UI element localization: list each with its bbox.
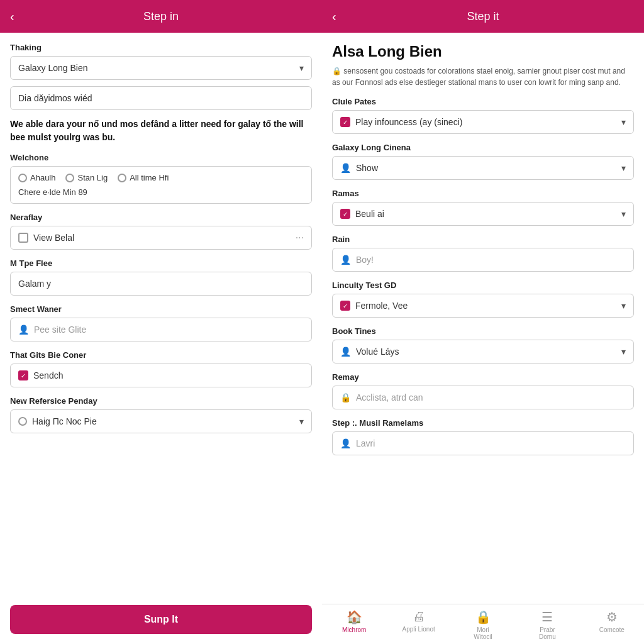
radio-ahaulh[interactable]: Ahaulh bbox=[18, 173, 55, 182]
clule-pates-chevron-icon: ▾ bbox=[621, 117, 626, 127]
tab-michrom-label: Michrom bbox=[342, 626, 366, 633]
book-tines-chevron-icon: ▾ bbox=[621, 347, 626, 357]
new-refersice-label: New Refersice Penday bbox=[10, 396, 312, 406]
galaxy-cinena-value: Show bbox=[356, 163, 626, 173]
rain-label: Rain bbox=[332, 235, 634, 244]
appli-icon: 🖨 bbox=[413, 609, 425, 624]
step-label: Step :. Musil Ramelams bbox=[332, 418, 634, 428]
neraflay-label: Neraflay bbox=[10, 213, 312, 222]
smect-waner-input[interactable]: 👤 Pee site Glite bbox=[10, 318, 312, 341]
step-placeholder: Lavri bbox=[356, 438, 375, 448]
galaxy-cinena-select[interactable]: 👤 Show ▾ bbox=[332, 156, 634, 180]
right-back-button[interactable]: ‹ bbox=[332, 9, 336, 24]
thaking-value: Galaxy Long Bien bbox=[18, 63, 304, 73]
tab-comcote[interactable]: ⚙ Comcote bbox=[580, 609, 644, 640]
remay-label: Remay bbox=[332, 372, 634, 382]
radio-extra-text: Chere e·lde Min 89 bbox=[18, 187, 304, 197]
menu-tab-icon: ☰ bbox=[541, 609, 553, 625]
radio-circle-1 bbox=[18, 174, 27, 182]
thaking-label: Thaking bbox=[10, 43, 312, 52]
tab-bar: 🏠 Michrom 🖨 Appli Lionot 🔒 MoriWitocil ☰… bbox=[322, 604, 644, 644]
book-tines-label: Book Tines bbox=[332, 326, 634, 336]
input1-field[interactable]: Dia dăyidmos wiéd bbox=[10, 86, 312, 110]
checkbox-label-1: View Belal bbox=[33, 233, 74, 243]
right-header: ‹ Step it bbox=[322, 0, 644, 33]
left-header: ‹ Step in bbox=[0, 0, 322, 33]
neraflay-checkbox[interactable]: View Belal ··· bbox=[10, 226, 312, 250]
tab-appli-lionot[interactable]: 🖨 Appli Lionot bbox=[386, 609, 450, 640]
ramas-chevron-icon: ▾ bbox=[621, 209, 626, 219]
rain-input[interactable]: 👤 Boy! bbox=[332, 248, 634, 272]
linculty-chevron-icon: ▾ bbox=[621, 301, 626, 311]
remay-placeholder: Acclista, atrd can bbox=[356, 392, 423, 402]
lock-tab-icon: 🔒 bbox=[475, 609, 491, 625]
page-title: Alsa Long Bien bbox=[332, 43, 634, 60]
that-gits-checkbox[interactable]: ✓ Sendch bbox=[10, 364, 312, 387]
left-header-title: Step in bbox=[143, 10, 179, 23]
book-tines-select[interactable]: 👤 Volué Láys ▾ bbox=[332, 340, 634, 364]
lock-icon-2: 🔒 bbox=[340, 392, 351, 402]
tab-prabr-label: PrabrDomu bbox=[539, 626, 556, 640]
ellipsis-icon[interactable]: ··· bbox=[296, 232, 304, 243]
radio-label-2: Stan Lig bbox=[77, 173, 108, 182]
left-content: Thaking Galaxy Long Bien ▾ Dia dăyidmos … bbox=[0, 33, 322, 592]
radio-circle-select bbox=[18, 417, 27, 426]
thaking-select[interactable]: Galaxy Long Bien ▾ bbox=[10, 56, 312, 80]
person-icon-2: 👤 bbox=[340, 163, 351, 173]
person-icon-5: 👤 bbox=[340, 438, 351, 448]
thaking-chevron-icon: ▾ bbox=[299, 63, 304, 73]
submit-button[interactable]: Sunp It bbox=[10, 605, 312, 634]
smect-waner-label: Smect Waner bbox=[10, 304, 312, 314]
new-refersice-value: Haig Πc Noc Pie bbox=[32, 416, 304, 426]
checkbox-box-1[interactable] bbox=[18, 233, 28, 243]
that-gits-value: Sendch bbox=[33, 370, 63, 380]
radio-stan[interactable]: Stan Lig bbox=[65, 173, 108, 182]
clule-pates-select[interactable]: ✓ Play infouncess (ay (sineci) ▾ bbox=[332, 110, 634, 134]
ramas-label: Ramas bbox=[332, 189, 634, 198]
tab-michrom[interactable]: 🏠 Michrom bbox=[322, 609, 386, 640]
left-back-button[interactable]: ‹ bbox=[10, 9, 14, 24]
linculty-label: Linculty Test GD bbox=[332, 280, 634, 290]
left-bottom-actions: Sunp It bbox=[0, 592, 322, 644]
new-refersice-select[interactable]: Haig Πc Noc Pie ▾ bbox=[10, 409, 312, 433]
left-panel: ‹ Step in Thaking Galaxy Long Bien ▾ Dia… bbox=[0, 0, 322, 644]
checkbox-clule[interactable]: ✓ bbox=[340, 117, 350, 127]
radio-label-3: All time Hfi bbox=[130, 173, 169, 182]
radio-all-time[interactable]: All time Hfi bbox=[118, 173, 169, 182]
person-icon-3: 👤 bbox=[340, 255, 351, 265]
checkbox-box-2[interactable]: ✓ bbox=[18, 370, 28, 380]
right-panel: ‹ Step it Alsa Long Bien 🔒 sensosent gou… bbox=[322, 0, 644, 644]
radio-circle-3 bbox=[118, 174, 126, 182]
radio-label-1: Ahaulh bbox=[30, 173, 55, 182]
person-icon-1: 👤 bbox=[18, 325, 29, 335]
linculty-select[interactable]: ✓ Fermole, Vee ▾ bbox=[332, 294, 634, 318]
tab-mori[interactable]: 🔒 MoriWitocil bbox=[451, 609, 515, 640]
page-description: 🔒 sensosent gou costoads for colorations… bbox=[332, 65, 634, 88]
right-content: Alsa Long Bien 🔒 sensosent gou costoads … bbox=[322, 33, 644, 604]
tab-prabr[interactable]: ☰ PrabrDomu bbox=[515, 609, 579, 640]
m-tpe-flee-input[interactable]: Galam y bbox=[10, 272, 312, 296]
right-header-title: Step it bbox=[467, 10, 499, 23]
checkbox-ramas[interactable]: ✓ bbox=[340, 209, 350, 219]
new-refersice-chevron-icon: ▾ bbox=[299, 416, 304, 426]
galaxy-cinena-chevron-icon: ▾ bbox=[621, 163, 626, 173]
ramas-select[interactable]: ✓ Beuli ai ▾ bbox=[332, 202, 634, 226]
clule-pates-label: Clule Pates bbox=[332, 97, 634, 106]
tab-comcote-label: Comcote bbox=[599, 626, 625, 633]
person-icon-4: 👤 bbox=[340, 347, 351, 357]
book-tines-value: Volué Láys bbox=[356, 347, 626, 357]
m-tpe-flee-label: M Tpe Flee bbox=[10, 258, 312, 268]
info-paragraph: We able dara your nő und mos defând a li… bbox=[10, 118, 312, 144]
remay-input[interactable]: 🔒 Acclista, atrd can bbox=[332, 386, 634, 409]
ramas-value: Beuli ai bbox=[355, 209, 626, 219]
checkbox-linculty[interactable]: ✓ bbox=[340, 301, 350, 311]
tab-appli-label: Appli Lionot bbox=[402, 626, 435, 633]
lock-icon: 🔒 bbox=[332, 67, 341, 75]
tab-mori-label: MoriWitocil bbox=[474, 626, 492, 640]
step-input[interactable]: 👤 Lavri bbox=[332, 431, 634, 455]
welchone-radio-group: Ahaulh Stan Lig All time Hfi Chere e·lde… bbox=[10, 166, 312, 204]
linculty-value: Fermole, Vee bbox=[355, 301, 626, 311]
home-icon: 🏠 bbox=[347, 609, 362, 625]
radio-circle-2 bbox=[65, 174, 74, 182]
welchone-label: Welchone bbox=[10, 153, 312, 162]
